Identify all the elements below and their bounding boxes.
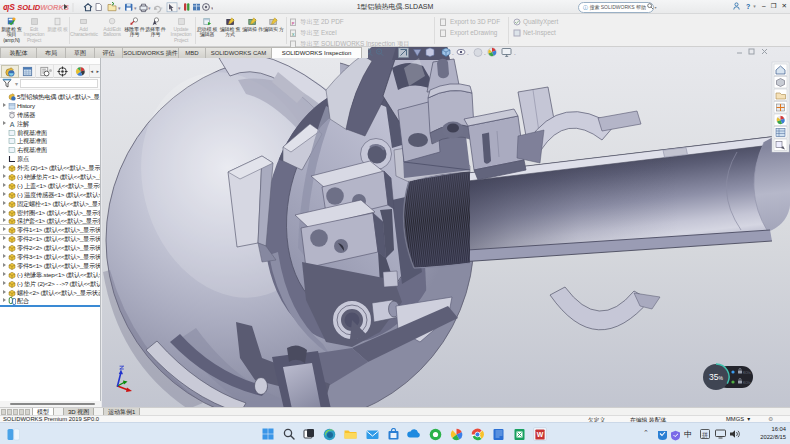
svg-text:KO/s: KO/s: [743, 381, 751, 385]
svg-text:KO/s: KO/s: [743, 371, 751, 375]
svg-text:▾: ▾: [160, 5, 163, 11]
svg-text:P: P: [292, 21, 295, 26]
svg-text:X: X: [292, 32, 295, 37]
svg-text:A: A: [10, 120, 15, 127]
svg-text:▾: ▾: [118, 5, 121, 11]
svg-text:▾: ▾: [178, 5, 181, 11]
svg-text:▾: ▾: [134, 5, 137, 11]
svg-text:▾: ▾: [211, 5, 213, 11]
svg-text:拼: 拼: [702, 432, 708, 438]
svg-text:W: W: [537, 431, 544, 438]
svg-text:▾: ▾: [148, 5, 151, 11]
